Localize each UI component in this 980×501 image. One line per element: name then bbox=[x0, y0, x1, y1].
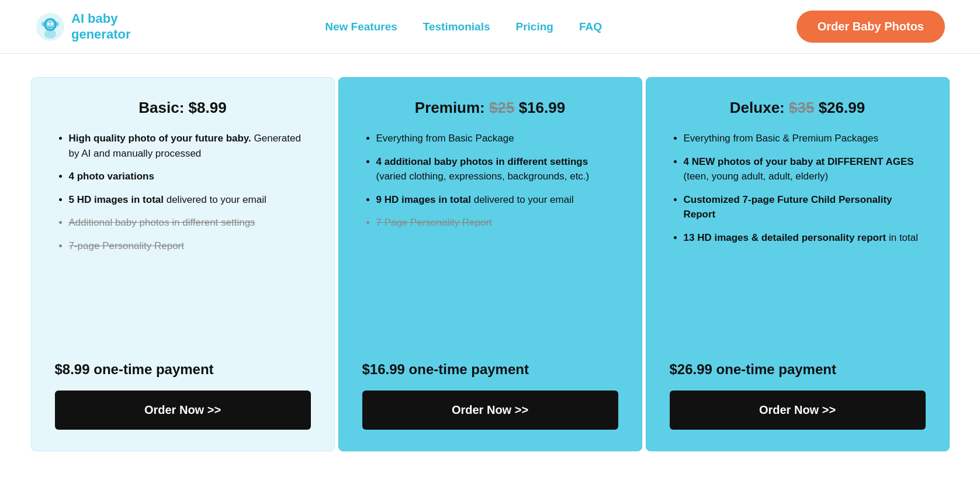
svg-point-7 bbox=[44, 29, 56, 39]
logo-text: AI baby generator bbox=[71, 11, 130, 42]
nav-link-testimonials[interactable]: Testimonials bbox=[423, 20, 490, 33]
basic-features-list: High quality photo of your future baby. … bbox=[55, 131, 311, 345]
premium-feature-2: 4 additional baby photos in different se… bbox=[376, 154, 618, 184]
basic-plan-title: Basic: $8.99 bbox=[55, 99, 311, 117]
deluxe-original-price: $35 bbox=[789, 99, 814, 116]
premium-original-price: $25 bbox=[489, 99, 514, 116]
basic-feature-2: 4 photo variations bbox=[69, 169, 311, 184]
order-baby-photos-button[interactable]: Order Baby Photos bbox=[797, 11, 945, 43]
nav-link-pricing[interactable]: Pricing bbox=[516, 20, 553, 33]
logo-icon bbox=[35, 12, 65, 42]
nav-link-faq[interactable]: FAQ bbox=[579, 20, 602, 33]
svg-point-3 bbox=[47, 23, 50, 25]
deluxe-feature-1: Everything from Basic & Premium Packages bbox=[684, 131, 926, 146]
premium-plan-title: Premium: $25 $16.99 bbox=[362, 99, 618, 117]
basic-feature-1: High quality photo of your future baby. … bbox=[69, 131, 311, 161]
deluxe-feature-2: 4 NEW photos of your baby at DIFFERENT A… bbox=[684, 154, 926, 184]
premium-sale-price: $16.99 bbox=[519, 99, 566, 116]
premium-title-prefix: Premium: bbox=[415, 99, 489, 116]
deluxe-features-list: Everything from Basic & Premium Packages… bbox=[670, 131, 926, 345]
deluxe-sale-price: $26.99 bbox=[819, 99, 865, 116]
basic-payment-label: $8.99 one-time payment bbox=[55, 361, 311, 378]
premium-order-button[interactable]: Order Now >> bbox=[362, 391, 618, 430]
basic-order-button[interactable]: Order Now >> bbox=[55, 391, 311, 430]
deluxe-title-prefix: Deluxe: bbox=[730, 99, 789, 116]
navbar: AI baby generator New Features Testimoni… bbox=[0, 0, 980, 54]
deluxe-feature-4: 13 HD images & detailed personality repo… bbox=[684, 230, 926, 246]
svg-point-6 bbox=[56, 22, 59, 26]
basic-feature-3: 5 HD images in total delivered to your e… bbox=[69, 192, 311, 208]
premium-feature-1: Everything from Basic Package bbox=[376, 131, 618, 146]
basic-feature-5: 7-page Personality Report bbox=[69, 239, 311, 254]
svg-point-4 bbox=[51, 23, 53, 25]
nav-link-new-features[interactable]: New Features bbox=[325, 20, 397, 33]
deluxe-order-button[interactable]: Order Now >> bbox=[670, 391, 926, 430]
svg-point-5 bbox=[41, 22, 45, 26]
deluxe-feature-3: Customized 7-page Future Child Personali… bbox=[684, 192, 926, 222]
pricing-section: Basic: $8.99 High quality photo of your … bbox=[0, 54, 980, 486]
premium-feature-3: 9 HD images in total delivered to your e… bbox=[376, 192, 618, 208]
deluxe-plan-title: Deluxe: $35 $26.99 bbox=[670, 99, 926, 117]
plan-card-premium: Premium: $25 $16.99 Everything from Basi… bbox=[338, 77, 642, 451]
deluxe-payment-label: $26.99 one-time payment bbox=[670, 361, 926, 378]
logo: AI baby generator bbox=[35, 11, 130, 42]
plan-card-deluxe: Deluxe: $35 $26.99 Everything from Basic… bbox=[646, 77, 950, 451]
plan-card-basic: Basic: $8.99 High quality photo of your … bbox=[31, 77, 335, 451]
premium-payment-label: $16.99 one-time payment bbox=[362, 361, 618, 378]
premium-features-list: Everything from Basic Package 4 addition… bbox=[362, 131, 618, 345]
nav-links: New Features Testimonials Pricing FAQ bbox=[325, 20, 602, 33]
basic-title-prefix: Basic: bbox=[138, 99, 188, 116]
premium-feature-4: 7 Page Personality Report bbox=[376, 215, 618, 230]
basic-feature-4: Additional baby photos in different sett… bbox=[69, 215, 311, 230]
basic-price-label: $8.99 bbox=[189, 99, 227, 116]
